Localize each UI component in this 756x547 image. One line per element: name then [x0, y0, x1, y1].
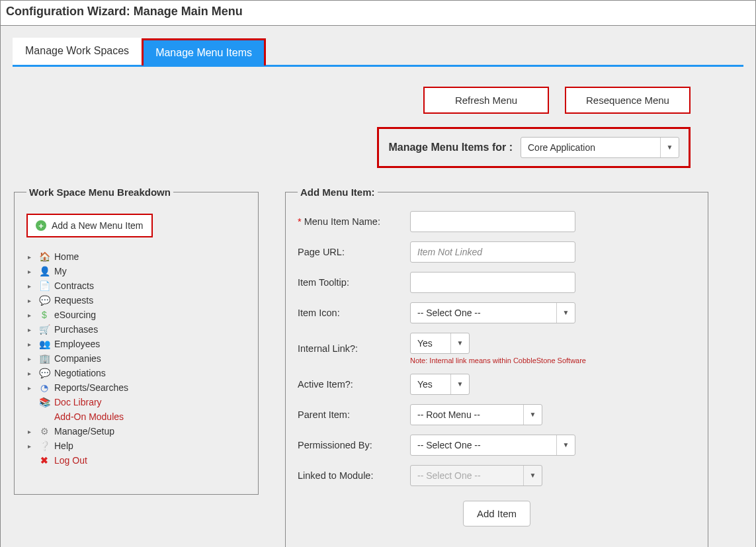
icon-dropdown-value: -- Select One --: [411, 308, 556, 318]
internal-dropdown[interactable]: Yes ▼: [410, 333, 470, 354]
panels: Work Space Menu Breakdown + Add a New Me…: [13, 187, 743, 547]
expander-icon[interactable]: ▸: [28, 355, 34, 362]
tree-item-label[interactable]: Companies: [54, 353, 101, 364]
tab-workspaces[interactable]: Manage Work Spaces: [13, 38, 142, 65]
tree-item: Add-On Modules: [26, 409, 246, 424]
chevron-down-icon: ▼: [556, 435, 575, 455]
tree-item-label[interactable]: Doc Library: [54, 397, 102, 407]
tab-row: Manage Work Spaces Manage Menu Items: [13, 38, 743, 67]
tree-item-label[interactable]: Home: [54, 251, 79, 262]
tooltip-label: Item Tooltip:: [298, 277, 403, 288]
name-input[interactable]: [410, 211, 575, 232]
add-menu-item-legend: Add Menu Item:: [298, 187, 378, 198]
tree-item-label[interactable]: Contracts: [54, 280, 94, 291]
tree-item: ▸🏠Home: [26, 249, 246, 264]
tree-item: ▸❔Help: [26, 439, 246, 453]
actions-bar: Refresh Menu Resequence Menu: [13, 67, 743, 127]
tree-item: ▸⚙Manage/Setup: [26, 424, 246, 439]
expander-icon[interactable]: ▸: [28, 442, 34, 450]
page-title: Configuration Wizard: Manage Main Menu: [1, 1, 755, 26]
expander-icon[interactable]: ▸: [28, 253, 34, 261]
tree-item-icon: ⚙: [38, 426, 50, 437]
tree-item: ▸◔Reports/Searches: [26, 380, 246, 395]
chevron-down-icon: ▼: [660, 138, 679, 157]
icon-dropdown[interactable]: -- Select One -- ▼: [410, 302, 575, 323]
name-label: Menu Item Name:: [298, 216, 403, 227]
menu-tree: ▸🏠Home▸👤My▸📄Contracts▸💬Requests▸$eSourci…: [26, 249, 246, 468]
active-dropdown[interactable]: Yes ▼: [410, 374, 470, 395]
tree-item-icon: 🏠: [38, 251, 50, 262]
internal-label: Internal Link?:: [298, 343, 403, 354]
add-new-menu-item-label: Add a New Menu Item: [52, 220, 144, 231]
expander-icon[interactable]: ▸: [28, 428, 34, 435]
tree-item: ▸👥Employees: [26, 337, 246, 351]
chevron-down-icon: ▼: [450, 333, 469, 353]
tree-item-label[interactable]: eSourcing: [54, 310, 96, 320]
parent-dropdown[interactable]: -- Root Menu -- ▼: [410, 404, 542, 425]
chevron-down-icon: ▼: [556, 303, 575, 323]
tree-item-label[interactable]: Purchases: [54, 324, 98, 335]
tab-menu-items[interactable]: Manage Menu Items: [142, 38, 266, 65]
tree-item: ✖Log Out: [26, 453, 246, 468]
tree-item-label[interactable]: Employees: [54, 339, 100, 349]
expander-icon[interactable]: ▸: [28, 282, 34, 290]
expander-icon[interactable]: ▸: [28, 297, 34, 304]
workspace-selector-box: Manage Menu Items for : Core Application…: [377, 127, 691, 168]
plus-icon: +: [36, 220, 46, 231]
workspace-dropdown-value: Core Application: [521, 142, 660, 153]
tree-item-label[interactable]: Manage/Setup: [54, 426, 114, 437]
tree-item-icon: 🏢: [38, 353, 50, 364]
add-menu-item-panel: Add Menu Item: Menu Item Name: Page URL:…: [285, 187, 708, 547]
add-new-menu-item-button[interactable]: + Add a New Menu Item: [26, 214, 153, 237]
tree-item-label[interactable]: Reports/Searches: [54, 382, 128, 393]
tree-item: ▸💬Requests: [26, 293, 246, 308]
module-dropdown-value: -- Select One --: [411, 470, 523, 481]
workspace-dropdown[interactable]: Core Application ▼: [521, 137, 679, 158]
internal-dropdown-value: Yes: [411, 338, 450, 349]
workspace-menu-panel: Work Space Menu Breakdown + Add a New Me…: [14, 187, 259, 495]
expander-icon[interactable]: ▸: [28, 370, 34, 377]
url-input[interactable]: [410, 241, 575, 263]
internal-note: Note: Internal link means within CobbleS…: [410, 357, 696, 364]
tree-item: ▸🛒Purchases: [26, 322, 246, 337]
url-label: Page URL:: [298, 247, 403, 257]
tree-item: ▸👤My: [26, 264, 246, 278]
refresh-menu-button[interactable]: Refresh Menu: [423, 87, 549, 114]
parent-label: Parent Item:: [298, 409, 403, 420]
expander-icon[interactable]: ▸: [28, 384, 34, 392]
tree-item-icon: 👥: [38, 339, 50, 349]
tree-item-label[interactable]: Log Out: [54, 455, 87, 466]
tree-item-icon: ✖: [38, 455, 50, 466]
tree-item-icon: ◔: [38, 382, 50, 393]
tooltip-input[interactable]: [410, 272, 575, 293]
workarea: Manage Work Spaces Manage Menu Items Ref…: [1, 26, 755, 547]
tree-item-label[interactable]: Negotiations: [54, 368, 106, 378]
permission-dropdown[interactable]: -- Select One -- ▼: [410, 435, 575, 456]
add-menu-item-form: Menu Item Name: Page URL: Item Tooltip: …: [298, 211, 696, 486]
tree-item: ▸📄Contracts: [26, 278, 246, 293]
permission-dropdown-value: -- Select One --: [411, 440, 556, 450]
expander-icon[interactable]: ▸: [28, 268, 34, 275]
tree-item-label[interactable]: Add-On Modules: [54, 411, 124, 422]
tree-item: ▸💬Negotiations: [26, 366, 246, 380]
tree-item-label[interactable]: My: [54, 266, 67, 276]
expander-icon[interactable]: ▸: [28, 312, 34, 319]
tree-item-icon: 🛒: [38, 324, 50, 335]
chevron-down-icon: ▼: [450, 374, 469, 394]
selector-row: Manage Menu Items for : Core Application…: [13, 127, 743, 187]
tree-item-icon: 📚: [38, 397, 50, 407]
tree-item-icon: 👤: [38, 266, 50, 276]
active-dropdown-value: Yes: [411, 379, 450, 390]
expander-icon[interactable]: ▸: [28, 341, 34, 348]
module-dropdown: -- Select One -- ▼: [410, 465, 542, 486]
selector-label: Manage Menu Items for :: [388, 142, 513, 153]
resequence-menu-button[interactable]: Resequence Menu: [565, 87, 691, 114]
tree-item-label[interactable]: Help: [54, 441, 73, 451]
expander-icon[interactable]: ▸: [28, 326, 34, 333]
tree-item: 📚Doc Library: [26, 395, 246, 409]
add-item-button[interactable]: Add Item: [463, 501, 530, 526]
tree-item-label[interactable]: Requests: [54, 295, 93, 306]
tree-item: ▸🏢Companies: [26, 351, 246, 366]
chevron-down-icon: ▼: [523, 466, 542, 485]
parent-dropdown-value: -- Root Menu --: [411, 409, 523, 420]
